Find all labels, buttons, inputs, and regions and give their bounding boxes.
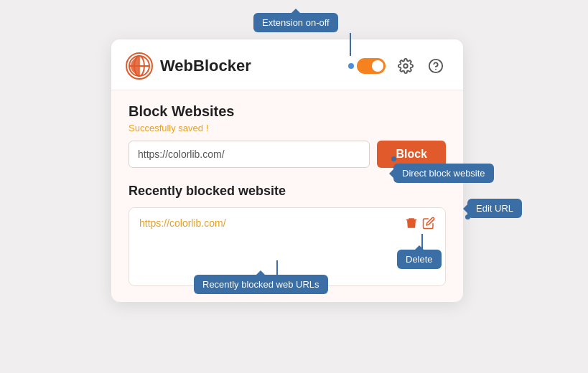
page-wrapper: Extension on-off WebBlocker xyxy=(0,0,588,373)
tooltip-extension-onoff: Extension on-off xyxy=(253,13,338,32)
tooltip-edit-url: Edit URL xyxy=(467,199,522,218)
extension-toggle[interactable] xyxy=(357,58,386,74)
settings-icon[interactable] xyxy=(396,56,416,76)
tooltip-extension-label: Extension on-off xyxy=(262,17,330,28)
main-card: WebBlocker xyxy=(111,39,463,302)
app-title: WebBlocker xyxy=(160,57,348,75)
block-button[interactable]: Block xyxy=(377,141,446,168)
dot-edit-url xyxy=(465,214,470,219)
block-input-row: Block xyxy=(129,141,446,168)
header-actions xyxy=(348,56,446,76)
help-icon[interactable] xyxy=(426,56,446,76)
webblocker-logo xyxy=(126,52,153,80)
block-websites-title: Block Websites xyxy=(129,103,446,120)
delete-icon[interactable] xyxy=(405,217,418,230)
url-input[interactable] xyxy=(129,141,370,168)
card-body: Block Websites Succesfully saved ! Block… xyxy=(111,90,463,302)
blocked-list-item: https://colorlib.com/ xyxy=(139,217,435,230)
edit-icon[interactable] xyxy=(422,217,435,230)
recently-blocked-title: Recently blocked website xyxy=(129,184,446,199)
extension-toggle-wrapper[interactable] xyxy=(348,58,386,74)
svg-point-5 xyxy=(403,64,408,68)
success-message: Succesfully saved ! xyxy=(129,123,446,133)
card-header: WebBlocker xyxy=(111,39,463,90)
blocked-url: https://colorlib.com/ xyxy=(139,217,226,229)
item-actions xyxy=(405,217,435,230)
tooltip-edit-label: Edit URL xyxy=(476,203,513,214)
blocked-list-box: https://colorlib.com/ xyxy=(129,207,446,286)
toggle-connector-dot xyxy=(348,63,354,69)
